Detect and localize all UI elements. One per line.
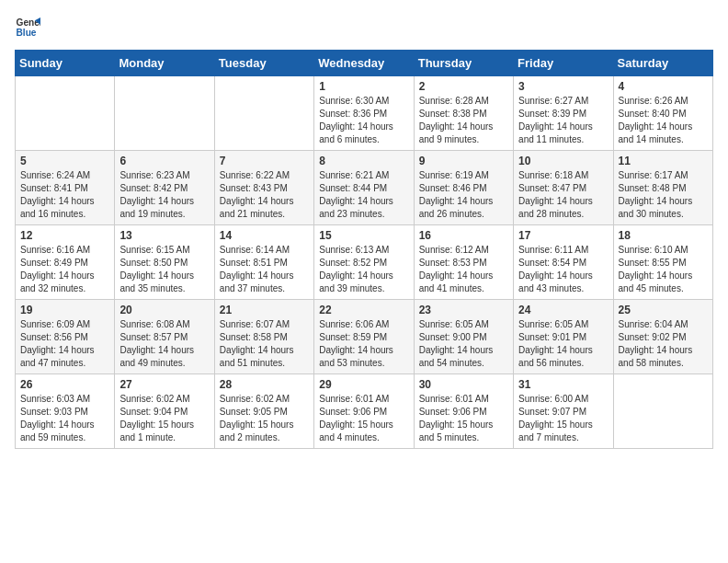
day-number: 30 (419, 378, 508, 391)
day-number: 3 (518, 80, 608, 93)
weekday-header: Saturday (613, 51, 712, 76)
calendar-cell (613, 374, 712, 449)
calendar-week-row: 12Sunrise: 6:16 AM Sunset: 8:49 PM Dayli… (16, 225, 713, 300)
calendar-cell: 24Sunrise: 6:05 AM Sunset: 9:01 PM Dayli… (514, 300, 613, 374)
day-number: 11 (619, 155, 708, 167)
day-number: 13 (119, 229, 209, 242)
day-number: 26 (20, 378, 109, 391)
calendar-week-row: 19Sunrise: 6:09 AM Sunset: 8:56 PM Dayli… (16, 300, 713, 374)
day-info: Sunrise: 6:09 AM Sunset: 8:56 PM Dayligh… (20, 318, 109, 370)
day-number: 2 (419, 80, 508, 93)
calendar-cell: 30Sunrise: 6:01 AM Sunset: 9:06 PM Dayli… (414, 374, 513, 449)
calendar-cell: 8Sunrise: 6:21 AM Sunset: 8:44 PM Daylig… (314, 151, 414, 225)
day-number: 10 (518, 155, 608, 167)
day-info: Sunrise: 6:17 AM Sunset: 8:48 PM Dayligh… (619, 169, 708, 221)
day-info: Sunrise: 6:06 AM Sunset: 8:59 PM Dayligh… (319, 318, 408, 370)
calendar-cell: 12Sunrise: 6:16 AM Sunset: 8:49 PM Dayli… (16, 225, 115, 300)
calendar-cell: 4Sunrise: 6:26 AM Sunset: 8:40 PM Daylig… (613, 76, 712, 151)
calendar-cell: 16Sunrise: 6:12 AM Sunset: 8:53 PM Dayli… (414, 225, 513, 300)
calendar-cell: 20Sunrise: 6:08 AM Sunset: 8:57 PM Dayli… (115, 300, 214, 374)
calendar-cell: 6Sunrise: 6:23 AM Sunset: 8:42 PM Daylig… (115, 151, 214, 225)
day-info: Sunrise: 6:26 AM Sunset: 8:40 PM Dayligh… (619, 95, 708, 146)
day-info: Sunrise: 6:28 AM Sunset: 8:38 PM Dayligh… (419, 95, 508, 146)
day-info: Sunrise: 6:12 AM Sunset: 8:53 PM Dayligh… (419, 244, 508, 295)
day-number: 19 (20, 304, 109, 316)
calendar-cell: 18Sunrise: 6:10 AM Sunset: 8:55 PM Dayli… (613, 225, 712, 300)
calendar-cell: 22Sunrise: 6:06 AM Sunset: 8:59 PM Dayli… (314, 300, 414, 374)
day-number: 7 (220, 155, 309, 167)
calendar-week-row: 5Sunrise: 6:24 AM Sunset: 8:41 PM Daylig… (16, 151, 713, 225)
day-info: Sunrise: 6:08 AM Sunset: 8:57 PM Dayligh… (119, 318, 209, 370)
logo-icon: General Blue (15, 15, 40, 40)
calendar-cell: 3Sunrise: 6:27 AM Sunset: 8:39 PM Daylig… (514, 76, 613, 151)
day-info: Sunrise: 6:05 AM Sunset: 9:00 PM Dayligh… (419, 318, 508, 370)
day-number: 28 (220, 378, 309, 391)
calendar-cell: 9Sunrise: 6:19 AM Sunset: 8:46 PM Daylig… (414, 151, 513, 225)
calendar-cell: 27Sunrise: 6:02 AM Sunset: 9:04 PM Dayli… (115, 374, 214, 449)
day-info: Sunrise: 6:05 AM Sunset: 9:01 PM Dayligh… (518, 318, 608, 370)
day-info: Sunrise: 6:11 AM Sunset: 8:54 PM Dayligh… (518, 244, 608, 295)
calendar-cell: 10Sunrise: 6:18 AM Sunset: 8:47 PM Dayli… (514, 151, 613, 225)
calendar-cell (115, 76, 214, 151)
calendar-cell: 11Sunrise: 6:17 AM Sunset: 8:48 PM Dayli… (613, 151, 712, 225)
day-number: 18 (619, 229, 708, 242)
day-number: 29 (319, 378, 408, 391)
day-number: 14 (220, 229, 309, 242)
day-info: Sunrise: 6:03 AM Sunset: 9:03 PM Dayligh… (20, 393, 109, 444)
day-number: 27 (119, 378, 209, 391)
day-info: Sunrise: 6:27 AM Sunset: 8:39 PM Dayligh… (518, 95, 608, 146)
day-number: 8 (319, 155, 408, 167)
day-number: 12 (20, 229, 109, 242)
calendar-cell (16, 76, 115, 151)
day-number: 6 (119, 155, 209, 167)
calendar-cell: 26Sunrise: 6:03 AM Sunset: 9:03 PM Dayli… (16, 374, 115, 449)
calendar-cell: 31Sunrise: 6:00 AM Sunset: 9:07 PM Dayli… (514, 374, 613, 449)
calendar-cell: 5Sunrise: 6:24 AM Sunset: 8:41 PM Daylig… (16, 151, 115, 225)
day-info: Sunrise: 6:01 AM Sunset: 9:06 PM Dayligh… (319, 393, 408, 444)
day-info: Sunrise: 6:02 AM Sunset: 9:05 PM Dayligh… (220, 393, 309, 444)
day-info: Sunrise: 6:00 AM Sunset: 9:07 PM Dayligh… (518, 393, 608, 444)
weekday-header: Tuesday (214, 51, 313, 76)
weekday-header: Thursday (414, 51, 513, 76)
weekday-header: Monday (115, 51, 214, 76)
calendar-cell (214, 76, 313, 151)
day-number: 4 (619, 80, 708, 93)
calendar-cell: 1Sunrise: 6:30 AM Sunset: 8:36 PM Daylig… (314, 76, 414, 151)
day-info: Sunrise: 6:23 AM Sunset: 8:42 PM Dayligh… (119, 169, 209, 221)
calendar-cell: 19Sunrise: 6:09 AM Sunset: 8:56 PM Dayli… (16, 300, 115, 374)
day-number: 23 (419, 304, 508, 316)
weekday-header-row: SundayMondayTuesdayWednesdayThursdayFrid… (16, 51, 713, 76)
day-number: 9 (419, 155, 508, 167)
calendar-week-row: 26Sunrise: 6:03 AM Sunset: 9:03 PM Dayli… (16, 374, 713, 449)
day-number: 21 (220, 304, 309, 316)
logo: General Blue (15, 15, 40, 40)
day-info: Sunrise: 6:15 AM Sunset: 8:50 PM Dayligh… (119, 244, 209, 295)
calendar-cell: 25Sunrise: 6:04 AM Sunset: 9:02 PM Dayli… (613, 300, 712, 374)
day-number: 24 (518, 304, 608, 316)
day-number: 22 (319, 304, 408, 316)
day-number: 15 (319, 229, 408, 242)
calendar-cell: 7Sunrise: 6:22 AM Sunset: 8:43 PM Daylig… (214, 151, 313, 225)
calendar-cell: 14Sunrise: 6:14 AM Sunset: 8:51 PM Dayli… (214, 225, 313, 300)
day-number: 16 (419, 229, 508, 242)
day-number: 20 (119, 304, 209, 316)
day-info: Sunrise: 6:04 AM Sunset: 9:02 PM Dayligh… (619, 318, 708, 370)
svg-text:General: General (17, 17, 40, 28)
calendar-cell: 15Sunrise: 6:13 AM Sunset: 8:52 PM Dayli… (314, 225, 414, 300)
day-info: Sunrise: 6:10 AM Sunset: 8:55 PM Dayligh… (619, 244, 708, 295)
day-info: Sunrise: 6:21 AM Sunset: 8:44 PM Dayligh… (319, 169, 408, 221)
day-info: Sunrise: 6:30 AM Sunset: 8:36 PM Dayligh… (319, 95, 408, 146)
calendar-table: SundayMondayTuesdayWednesdayThursdayFrid… (15, 50, 713, 449)
calendar-week-row: 1Sunrise: 6:30 AM Sunset: 8:36 PM Daylig… (16, 76, 713, 151)
day-info: Sunrise: 6:19 AM Sunset: 8:46 PM Dayligh… (419, 169, 508, 221)
day-number: 31 (518, 378, 608, 391)
day-info: Sunrise: 6:01 AM Sunset: 9:06 PM Dayligh… (419, 393, 508, 444)
svg-text:Blue: Blue (17, 28, 37, 38)
calendar-cell: 29Sunrise: 6:01 AM Sunset: 9:06 PM Dayli… (314, 374, 414, 449)
day-number: 1 (319, 80, 408, 93)
day-info: Sunrise: 6:16 AM Sunset: 8:49 PM Dayligh… (20, 244, 109, 295)
day-info: Sunrise: 6:13 AM Sunset: 8:52 PM Dayligh… (319, 244, 408, 295)
day-number: 25 (619, 304, 708, 316)
calendar-cell: 17Sunrise: 6:11 AM Sunset: 8:54 PM Dayli… (514, 225, 613, 300)
day-number: 5 (20, 155, 109, 167)
